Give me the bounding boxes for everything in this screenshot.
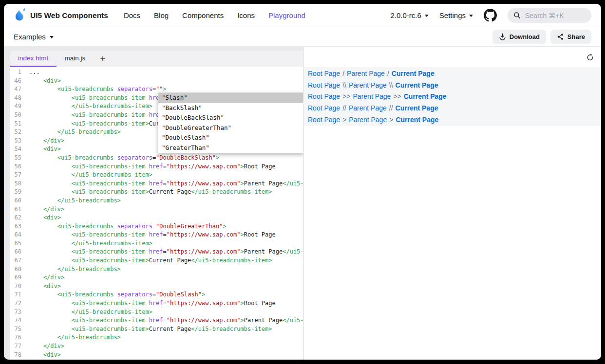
line-number: 63 — [10, 222, 21, 231]
line-number: 75 — [10, 325, 21, 334]
breadcrumb-link[interactable]: Root Page — [308, 116, 340, 124]
chevron-down-icon — [469, 15, 473, 17]
settings-dropdown[interactable]: Settings — [439, 11, 473, 19]
autocomplete-option[interactable]: "DoubleGreaterThan" — [158, 123, 303, 133]
code-line: 61 </div> — [10, 205, 303, 214]
line-number: 69 — [10, 273, 21, 282]
code-line: 70 <div> — [10, 282, 303, 291]
nav-item-docs[interactable]: Docs — [124, 11, 140, 19]
examples-toolbar: Examples Download — [4, 27, 601, 47]
line-number: 61 — [10, 205, 21, 214]
code-line: 73 </ui5-breadcrumbs-item> — [10, 308, 303, 317]
line-number: 71 — [10, 291, 21, 299]
line-number: 47 — [10, 85, 21, 94]
code-line: 60 </ui5-breadcrumbs> — [10, 197, 303, 205]
breadcrumb-separator: > — [342, 116, 346, 124]
code-line: 56 <ui5-breadcrumbs-item href="https://w… — [10, 163, 303, 171]
breadcrumb-link[interactable]: Root Page — [308, 70, 340, 77]
code-line: 78 <div> — [10, 351, 303, 360]
line-number: 73 — [10, 308, 21, 317]
breadcrumb-current-page: Current Page — [396, 104, 438, 112]
search-input[interactable]: Search ⌘+K — [508, 8, 591, 23]
nav-item-playground[interactable]: Playground — [268, 11, 305, 19]
nav-item-components[interactable]: Components — [182, 11, 224, 19]
line-number: 51 — [10, 120, 21, 128]
line-number: 78 — [10, 351, 21, 360]
line-number: 49 — [10, 102, 21, 111]
toolbar-actions: Download Share — [492, 30, 591, 44]
autocomplete-option[interactable]: "DoubleSlash" — [158, 133, 303, 143]
line-number: 50 — [10, 111, 21, 120]
line-number: 66 — [10, 248, 21, 256]
code-line: 58 <ui5-breadcrumbs-item href="https://w… — [10, 180, 303, 188]
refresh-button[interactable] — [586, 53, 594, 61]
line-number: 65 — [10, 239, 21, 248]
line-number: 62 — [10, 214, 21, 222]
breadcrumb: Root Page//Parent Page//Current Page — [304, 102, 601, 114]
breadcrumb-link[interactable]: Parent Page — [347, 70, 385, 77]
line-number: 57 — [10, 171, 21, 180]
code-editor[interactable]: 1...46 <div>47 <ui5-breadcrumbs separato… — [10, 67, 303, 360]
github-link[interactable] — [484, 9, 497, 22]
brand-title: UI5 Web Components — [30, 11, 108, 20]
line-number: 55 — [10, 154, 21, 163]
breadcrumb-current-page: Current Page — [396, 81, 438, 89]
share-label: Share — [567, 33, 585, 40]
breadcrumb-separator: >> — [342, 92, 350, 100]
breadcrumb: Root Page/Parent Page/Current Page — [304, 68, 601, 79]
tab-main-js[interactable]: main.js — [57, 51, 94, 67]
tab-index-html[interactable]: index.html — [10, 51, 57, 67]
add-tab-button[interactable]: + — [94, 51, 112, 67]
line-number: 48 — [10, 94, 21, 103]
breadcrumb-link[interactable]: Root Page — [308, 81, 340, 89]
editor-panel: index.htmlmain.js + 1...46 <div>47 <ui5-… — [10, 51, 303, 360]
line-number: 72 — [10, 299, 21, 308]
examples-dropdown[interactable]: Examples — [14, 33, 54, 41]
code-line: 59 <ui5-breadcrumbs-item>Current Page</u… — [10, 188, 303, 197]
app-window: UI5 Web Components DocsBlogComponentsIco… — [4, 4, 601, 360]
site-header: UI5 Web Components DocsBlogComponentsIco… — [4, 4, 601, 27]
code-line: 76 </ui5-breadcrumbs> — [10, 333, 303, 342]
breadcrumb-link[interactable]: Root Page — [308, 92, 340, 100]
share-button[interactable]: Share — [550, 30, 591, 44]
code-line: 46 <div> — [10, 77, 303, 86]
download-button[interactable]: Download — [492, 30, 546, 44]
breadcrumb: Root Page>>Parent Page>>Current Page — [304, 91, 601, 103]
breadcrumb-link[interactable]: Parent Page — [353, 92, 391, 100]
autocomplete-option[interactable]: "Slash" — [158, 93, 303, 103]
preview-pane: Root Page/Parent Page/Current PageRoot P… — [304, 47, 601, 360]
nav-item-icons[interactable]: Icons — [237, 11, 255, 19]
breadcrumb-link[interactable]: Parent Page — [349, 116, 387, 124]
line-number: 53 — [10, 137, 21, 146]
download-label: Download — [510, 33, 540, 40]
chevron-down-icon — [425, 15, 429, 17]
breadcrumb-separator: / — [387, 70, 389, 77]
code-line: 64 <ui5-breadcrumbs-item href="https://w… — [10, 231, 303, 239]
code-line: 74 <ui5-breadcrumbs-item href="https://w… — [10, 316, 303, 325]
autocomplete-option[interactable]: "GreaterThan" — [158, 143, 303, 153]
version-dropdown[interactable]: 2.0.0-rc.6 — [390, 11, 428, 19]
nav-item-blog[interactable]: Blog — [154, 11, 169, 19]
breadcrumb-current-page: Current Page — [396, 116, 438, 124]
breadcrumb-link[interactable]: Parent Page — [349, 104, 387, 112]
code-line: 77 </div> — [10, 342, 303, 351]
line-number: 1 — [10, 68, 21, 77]
code-line: 66 <ui5-breadcrumbs-item href="https://w… — [10, 248, 303, 256]
autocomplete-option[interactable]: "DoubleBackSlash" — [158, 113, 303, 123]
breadcrumb-separator: // — [342, 104, 346, 112]
line-number: 76 — [10, 333, 21, 342]
version-label: 2.0.0-rc.6 — [390, 11, 421, 19]
breadcrumb-link[interactable]: Parent Page — [349, 81, 387, 89]
line-number: 52 — [10, 128, 21, 137]
code-line: 68 </ui5-breadcrumbs> — [10, 265, 303, 274]
autocomplete-option[interactable]: "BackSlash" — [158, 103, 303, 113]
line-number: 60 — [10, 197, 21, 205]
breadcrumb: Root Page>Parent Page>Current Page — [304, 114, 601, 126]
breadcrumb-separator: >> — [393, 92, 401, 100]
breadcrumb-link[interactable]: Root Page — [308, 104, 340, 112]
code-line: 67 <ui5-breadcrumbs-item>Current Page</u… — [10, 256, 303, 265]
breadcrumb-current-page: Current Page — [404, 92, 447, 100]
breadcrumb-separator: > — [389, 116, 393, 124]
code-line: 69 </div> — [10, 273, 303, 282]
brand-link[interactable]: UI5 Web Components — [14, 8, 108, 22]
